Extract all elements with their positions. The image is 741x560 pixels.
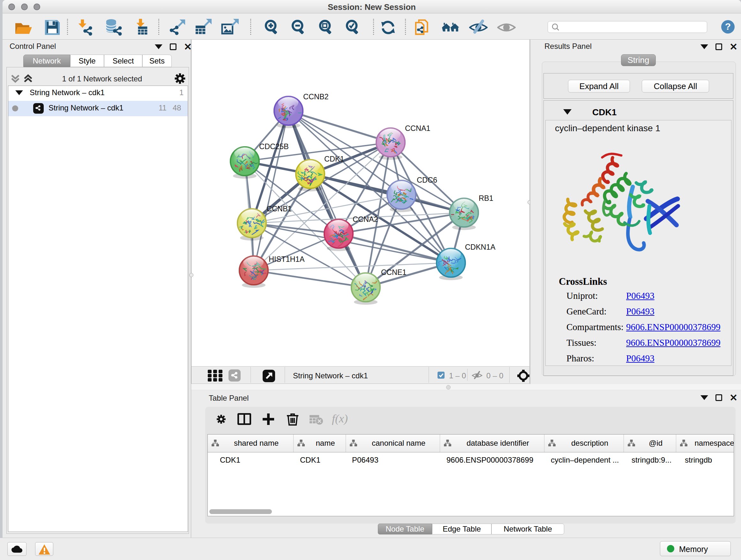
svg-text:CCNB2: CCNB2	[303, 92, 329, 101]
svg-text:CDC6: CDC6	[417, 176, 437, 184]
svg-text:CDK1: CDK1	[324, 155, 344, 163]
svg-text:RB1: RB1	[479, 194, 493, 202]
svg-text:CCNE1: CCNE1	[381, 268, 407, 276]
svg-text:CCNA1: CCNA1	[405, 124, 430, 132]
svg-text:CCNB1: CCNB1	[266, 205, 292, 213]
svg-text:CCNA2: CCNA2	[353, 215, 378, 224]
svg-text:HIST1H1A: HIST1H1A	[269, 255, 305, 263]
svg-text:CDKN1A: CDKN1A	[465, 243, 495, 251]
svg-text:CDC25B: CDC25B	[259, 142, 289, 151]
